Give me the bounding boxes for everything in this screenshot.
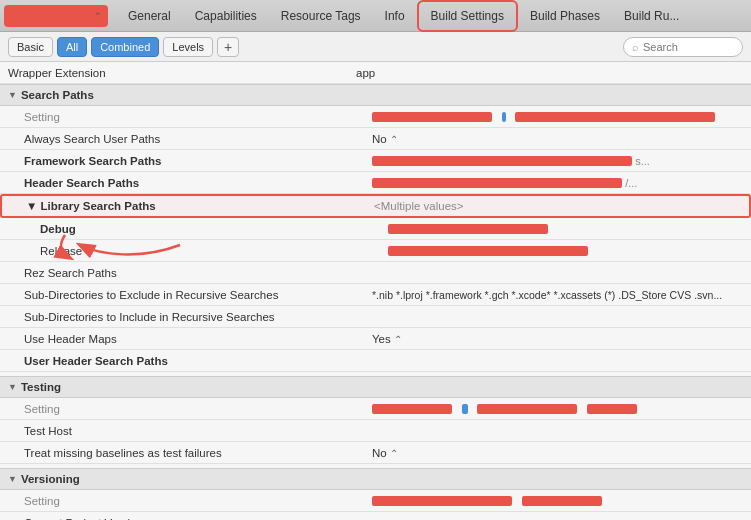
wrapper-extension-name: Wrapper Extension bbox=[8, 65, 348, 81]
project-selector[interactable]: ⌃ bbox=[4, 5, 108, 27]
testing-setting-value bbox=[364, 403, 751, 415]
tab-build-settings[interactable]: Build Settings bbox=[417, 0, 518, 32]
wrapper-extension-row: Wrapper Extension app bbox=[0, 62, 751, 84]
sp-setting-redacted2 bbox=[502, 112, 506, 122]
toolbar-row: Basic All Combined Levels + ⌕ bbox=[0, 32, 751, 62]
subdirs-exclude-value: *.nib *.lproj *.framework *.gch *.xcode*… bbox=[364, 289, 751, 301]
sp-setting-value bbox=[364, 111, 751, 123]
library-search-release-row: Release bbox=[0, 240, 751, 262]
test-host-name: Test Host bbox=[24, 423, 364, 439]
chevron-icon: ⌃ bbox=[94, 11, 102, 21]
versioning-triangle-icon: ▼ bbox=[8, 474, 17, 484]
section-search-paths[interactable]: ▼ Search Paths bbox=[0, 84, 751, 106]
section-testing[interactable]: ▼ Testing bbox=[0, 376, 751, 398]
filter-basic-button[interactable]: Basic bbox=[8, 37, 53, 57]
current-project-version-row: Current Project Version bbox=[0, 512, 751, 520]
tab-info[interactable]: Info bbox=[373, 0, 417, 32]
testing-setting-redacted1 bbox=[372, 404, 452, 414]
library-search-value: <Multiple values> bbox=[366, 200, 749, 212]
sp-setting-name: Setting bbox=[24, 109, 364, 125]
user-header-search-name: User Header Search Paths bbox=[24, 353, 364, 369]
tab-capabilities[interactable]: Capabilities bbox=[183, 0, 269, 32]
sp-setting-redacted bbox=[372, 112, 492, 122]
triangle-icon: ▼ bbox=[8, 90, 17, 100]
framework-search-value: s... bbox=[364, 155, 751, 167]
treat-missing-baselines-name: Treat missing baselines as test failures bbox=[24, 445, 364, 461]
user-header-search-paths-row: User Header Search Paths bbox=[0, 350, 751, 372]
sp-setting-redacted3 bbox=[515, 112, 715, 122]
always-search-user-paths-row: Always Search User Paths No ⌃ bbox=[0, 128, 751, 150]
tab-bar: ⌃ General Capabilities Resource Tags Inf… bbox=[0, 0, 751, 32]
subdirs-include-name: Sub-Directories to Include in Recursive … bbox=[24, 309, 364, 325]
testing-setting-redacted2 bbox=[462, 404, 468, 414]
add-setting-button[interactable]: + bbox=[217, 37, 239, 57]
testing-setting-header: Setting bbox=[0, 398, 751, 420]
rez-search-paths-row: Rez Search Paths bbox=[0, 262, 751, 284]
versioning-setting-name: Setting bbox=[24, 493, 364, 509]
release-redacted bbox=[388, 246, 588, 256]
header-search-paths-row: Header Search Paths /... bbox=[0, 172, 751, 194]
versioning-setting-value bbox=[364, 495, 751, 507]
library-search-debug-row: Debug bbox=[0, 218, 751, 240]
testing-triangle-icon: ▼ bbox=[8, 382, 17, 392]
versioning-setting-redacted1 bbox=[372, 496, 512, 506]
treat-missing-baselines-row: Treat missing baselines as test failures… bbox=[0, 442, 751, 464]
use-header-maps-name: Use Header Maps bbox=[24, 331, 364, 347]
search-icon: ⌕ bbox=[632, 41, 639, 53]
header-search-name: Header Search Paths bbox=[24, 175, 364, 191]
tab-build-phases[interactable]: Build Phases bbox=[518, 0, 612, 32]
tab-build-rules[interactable]: Build Ru... bbox=[612, 0, 691, 32]
test-host-row: Test Host bbox=[0, 420, 751, 442]
always-search-value: No ⌃ bbox=[364, 133, 751, 145]
rez-search-name: Rez Search Paths bbox=[24, 265, 364, 281]
tab-general[interactable]: General bbox=[116, 0, 183, 32]
section-versioning-label: Versioning bbox=[21, 473, 80, 485]
subdirs-exclude-row: Sub-Directories to Exclude in Recursive … bbox=[0, 284, 751, 306]
framework-search-redacted bbox=[372, 156, 632, 166]
subdirs-include-row: Sub-Directories to Include in Recursive … bbox=[0, 306, 751, 328]
versioning-setting-redacted2 bbox=[522, 496, 602, 506]
section-testing-label: Testing bbox=[21, 381, 61, 393]
filter-levels-button[interactable]: Levels bbox=[163, 37, 213, 57]
library-search-paths-row[interactable]: ▼ Library Search Paths <Multiple values> bbox=[0, 194, 751, 218]
framework-search-name: Framework Search Paths bbox=[24, 153, 364, 169]
debug-redacted bbox=[388, 224, 548, 234]
testing-setting-redacted4 bbox=[587, 404, 637, 414]
search-input[interactable] bbox=[643, 41, 733, 53]
use-header-maps-value: Yes ⌃ bbox=[364, 333, 751, 345]
use-header-maps-row: Use Header Maps Yes ⌃ bbox=[0, 328, 751, 350]
search-box[interactable]: ⌕ bbox=[623, 37, 743, 57]
current-project-version-name: Current Project Version bbox=[24, 515, 364, 521]
filter-all-button[interactable]: All bbox=[57, 37, 87, 57]
section-versioning[interactable]: ▼ Versioning bbox=[0, 468, 751, 490]
versioning-setting-header: Setting bbox=[0, 490, 751, 512]
treat-missing-baselines-value: No ⌃ bbox=[364, 447, 751, 459]
subdirs-exclude-name: Sub-Directories to Exclude in Recursive … bbox=[24, 287, 364, 303]
search-paths-setting-header: Setting bbox=[0, 106, 751, 128]
header-search-redacted bbox=[372, 178, 622, 188]
testing-setting-redacted3 bbox=[477, 404, 577, 414]
library-search-release-name: Release bbox=[40, 243, 380, 259]
project-name-redacted bbox=[10, 10, 90, 22]
header-search-value: /... bbox=[364, 177, 751, 189]
testing-setting-name: Setting bbox=[24, 401, 364, 417]
library-search-name: ▼ Library Search Paths bbox=[26, 198, 366, 214]
framework-search-paths-row: Framework Search Paths s... bbox=[0, 150, 751, 172]
always-search-name: Always Search User Paths bbox=[24, 131, 364, 147]
section-search-paths-label: Search Paths bbox=[21, 89, 94, 101]
library-search-debug-name: Debug bbox=[40, 221, 380, 237]
wrapper-extension-value: app bbox=[348, 67, 743, 79]
tab-resource-tags[interactable]: Resource Tags bbox=[269, 0, 373, 32]
library-search-debug-value bbox=[380, 223, 751, 235]
content-area: Wrapper Extension app ▼ Search Paths Set… bbox=[0, 62, 751, 520]
filter-combined-button[interactable]: Combined bbox=[91, 37, 159, 57]
library-search-release-value bbox=[380, 245, 751, 257]
